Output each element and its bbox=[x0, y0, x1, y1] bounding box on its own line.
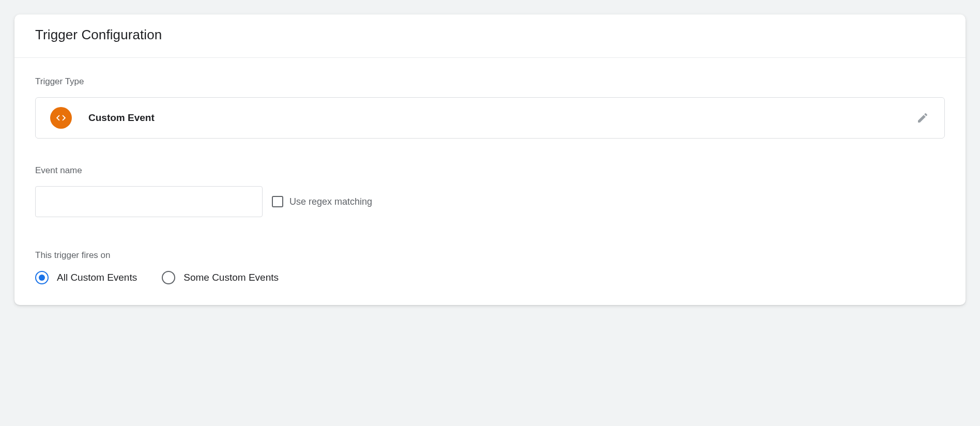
checkbox-icon bbox=[272, 196, 283, 207]
radio-icon bbox=[35, 271, 49, 284]
card-body: Trigger Type Custom Event Event name Use… bbox=[14, 58, 966, 305]
event-name-label: Event name bbox=[35, 165, 945, 176]
fires-on-label: This trigger fires on bbox=[35, 250, 945, 261]
code-icon bbox=[50, 107, 72, 129]
card-header: Trigger Configuration bbox=[14, 14, 966, 58]
regex-checkbox-label: Use regex matching bbox=[289, 196, 372, 207]
radio-all-custom-events[interactable]: All Custom Events bbox=[35, 271, 137, 284]
trigger-type-label: Trigger Type bbox=[35, 77, 945, 87]
trigger-type-name: Custom Event bbox=[88, 112, 915, 124]
event-name-row: Use regex matching bbox=[35, 186, 945, 217]
regex-checkbox[interactable]: Use regex matching bbox=[272, 196, 372, 207]
radio-some-custom-events[interactable]: Some Custom Events bbox=[162, 271, 279, 284]
fires-on-radio-group: All Custom Events Some Custom Events bbox=[35, 271, 945, 284]
radio-label: Some Custom Events bbox=[183, 272, 279, 283]
radio-label: All Custom Events bbox=[57, 272, 137, 283]
trigger-type-selector[interactable]: Custom Event bbox=[35, 97, 945, 139]
pencil-icon[interactable] bbox=[915, 111, 930, 125]
radio-icon bbox=[162, 271, 175, 284]
event-name-input[interactable] bbox=[35, 186, 263, 217]
card-title: Trigger Configuration bbox=[35, 27, 945, 43]
trigger-config-card: Trigger Configuration Trigger Type Custo… bbox=[14, 14, 966, 305]
